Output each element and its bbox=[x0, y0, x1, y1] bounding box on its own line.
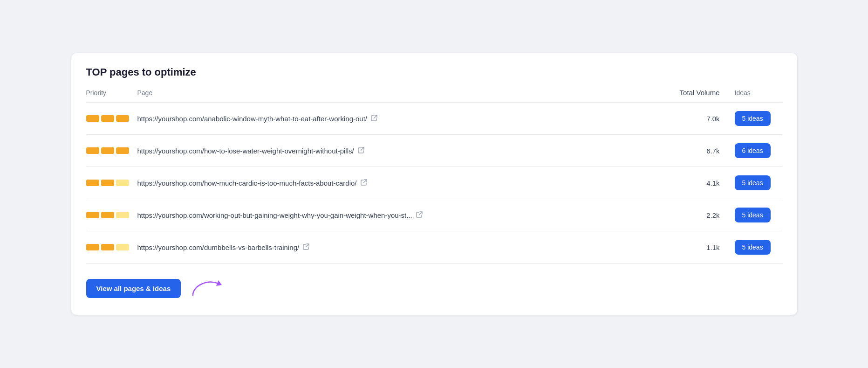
ideas-button[interactable]: 5 ideas bbox=[735, 240, 771, 255]
page-url-text: https://yourshop.com/how-much-cardio-is-… bbox=[137, 179, 357, 187]
priority-cell bbox=[86, 231, 137, 264]
priority-bar-light bbox=[116, 180, 129, 186]
col-header-volume: Total Volume bbox=[670, 89, 731, 103]
card-title: TOP pages to optimize bbox=[86, 66, 782, 78]
ideas-cell: 5 ideas bbox=[731, 167, 782, 199]
col-header-priority: Priority bbox=[86, 89, 137, 103]
page-url-text: https://yourshop.com/working-out-but-gai… bbox=[137, 211, 412, 219]
pages-table: Priority Page Total Volume Ideas https:/… bbox=[86, 89, 782, 264]
ideas-cell: 6 ideas bbox=[731, 135, 782, 167]
priority-bars bbox=[86, 244, 137, 250]
ideas-button[interactable]: 5 ideas bbox=[735, 208, 771, 222]
ideas-cell: 5 ideas bbox=[731, 103, 782, 135]
volume-cell: 2.2k bbox=[670, 199, 731, 231]
external-link-icon bbox=[371, 115, 377, 123]
priority-bar-filled bbox=[101, 180, 114, 186]
external-link-icon bbox=[416, 211, 423, 219]
table-row: https://yourshop.com/working-out-but-gai… bbox=[86, 199, 782, 231]
priority-bars bbox=[86, 180, 137, 186]
page-cell: https://yourshop.com/working-out-but-gai… bbox=[137, 199, 670, 231]
col-header-ideas: Ideas bbox=[731, 89, 782, 103]
priority-bar-filled bbox=[101, 147, 114, 154]
priority-bar-filled bbox=[101, 115, 114, 122]
page-link[interactable]: https://yourshop.com/anabolic-window-myt… bbox=[137, 115, 670, 123]
priority-bar-filled bbox=[116, 115, 129, 122]
ideas-cell: 5 ideas bbox=[731, 199, 782, 231]
table-row: https://yourshop.com/how-to-lose-water-w… bbox=[86, 135, 782, 167]
priority-bar-filled bbox=[86, 115, 99, 122]
priority-bar-filled bbox=[101, 212, 114, 218]
page-url-text: https://yourshop.com/how-to-lose-water-w… bbox=[137, 147, 354, 155]
external-link-icon bbox=[361, 179, 367, 187]
page-cell: https://yourshop.com/how-to-lose-water-w… bbox=[137, 135, 670, 167]
volume-cell: 1.1k bbox=[670, 231, 731, 264]
view-all-button[interactable]: View all pages & ideas bbox=[86, 279, 181, 298]
priority-bar-light bbox=[116, 212, 129, 218]
ideas-button[interactable]: 5 ideas bbox=[735, 175, 771, 190]
priority-cell bbox=[86, 199, 137, 231]
volume-cell: 6.7k bbox=[670, 135, 731, 167]
ideas-cell: 5 ideas bbox=[731, 231, 782, 264]
priority-bar-filled bbox=[86, 244, 99, 250]
external-link-icon bbox=[303, 243, 309, 251]
page-cell: https://yourshop.com/how-much-cardio-is-… bbox=[137, 167, 670, 199]
priority-bars bbox=[86, 115, 137, 122]
priority-bar-filled bbox=[116, 147, 129, 154]
ideas-button[interactable]: 5 ideas bbox=[735, 111, 771, 126]
footer: View all pages & ideas bbox=[86, 277, 782, 300]
priority-bar-light bbox=[116, 244, 129, 250]
arrow-decoration bbox=[188, 277, 226, 300]
priority-cell bbox=[86, 103, 137, 135]
priority-bar-filled bbox=[86, 212, 99, 218]
volume-cell: 4.1k bbox=[670, 167, 731, 199]
top-pages-card: TOP pages to optimize Priority Page Tota… bbox=[71, 53, 798, 315]
priority-bars bbox=[86, 212, 137, 218]
page-cell: https://yourshop.com/dumbbells-vs-barbel… bbox=[137, 231, 670, 264]
col-header-page: Page bbox=[137, 89, 670, 103]
table-row: https://yourshop.com/how-much-cardio-is-… bbox=[86, 167, 782, 199]
page-link[interactable]: https://yourshop.com/dumbbells-vs-barbel… bbox=[137, 243, 670, 251]
volume-cell: 7.0k bbox=[670, 103, 731, 135]
priority-bar-filled bbox=[86, 147, 99, 154]
priority-bar-filled bbox=[101, 244, 114, 250]
table-row: https://yourshop.com/dumbbells-vs-barbel… bbox=[86, 231, 782, 264]
page-url-text: https://yourshop.com/dumbbells-vs-barbel… bbox=[137, 243, 300, 251]
page-cell: https://yourshop.com/anabolic-window-myt… bbox=[137, 103, 670, 135]
page-link[interactable]: https://yourshop.com/how-much-cardio-is-… bbox=[137, 179, 670, 187]
priority-bar-filled bbox=[86, 180, 99, 186]
page-link[interactable]: https://yourshop.com/working-out-but-gai… bbox=[137, 211, 670, 219]
ideas-button[interactable]: 6 ideas bbox=[735, 143, 771, 158]
page-url-text: https://yourshop.com/anabolic-window-myt… bbox=[137, 115, 368, 123]
priority-cell bbox=[86, 167, 137, 199]
page-link[interactable]: https://yourshop.com/how-to-lose-water-w… bbox=[137, 147, 670, 155]
external-link-icon bbox=[358, 147, 364, 155]
priority-cell bbox=[86, 135, 137, 167]
table-row: https://yourshop.com/anabolic-window-myt… bbox=[86, 103, 782, 135]
priority-bars bbox=[86, 147, 137, 154]
